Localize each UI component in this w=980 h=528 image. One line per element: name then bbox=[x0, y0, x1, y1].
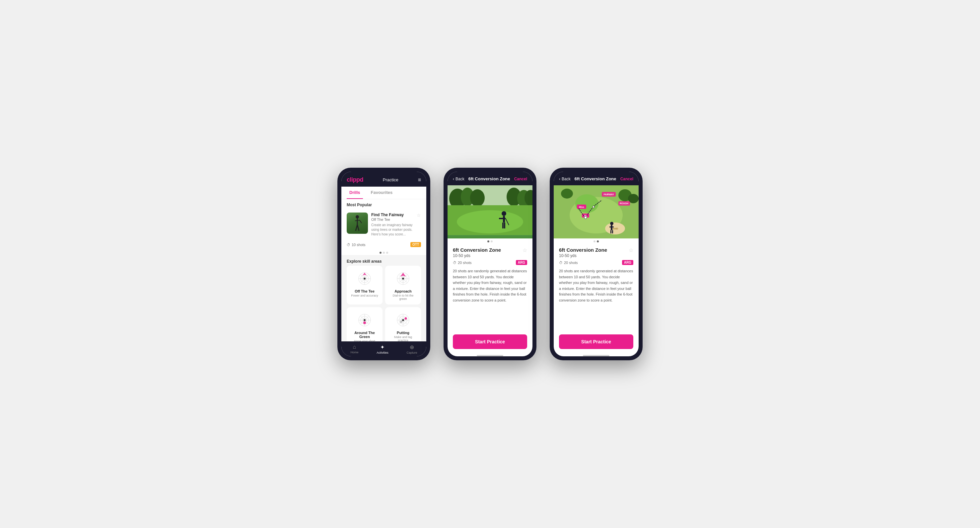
svg-text:Miss: Miss bbox=[579, 206, 584, 208]
explore-title: Explore skill areas bbox=[341, 256, 426, 266]
svg-point-14 bbox=[364, 278, 366, 279]
svg-rect-77 bbox=[611, 225, 612, 230]
featured-star-icon[interactable]: ☆ bbox=[417, 212, 421, 218]
featured-drill-subtitle: Off The Tee bbox=[371, 217, 414, 222]
phone-1-header: clippd Practice ≡ bbox=[341, 172, 426, 187]
nav-activities[interactable]: ✦ Activities bbox=[377, 344, 388, 354]
svg-text:FAIRWAY: FAIRWAY bbox=[603, 193, 614, 196]
drill-description: 20 shots are randomly generated at dista… bbox=[453, 268, 527, 326]
svg-rect-55 bbox=[502, 222, 504, 228]
back-label-3: Back bbox=[562, 177, 571, 181]
clock-icon-2: ⏱ bbox=[453, 261, 457, 265]
svg-text:ROUGH: ROUGH bbox=[620, 202, 628, 204]
svg-rect-54 bbox=[499, 218, 506, 219]
svg-point-23 bbox=[402, 278, 404, 279]
off-the-tee-icon bbox=[355, 270, 375, 288]
drill-title-3: 6ft Conversion Zone bbox=[559, 247, 607, 253]
featured-footer: ⏱ 10 shots OTT bbox=[341, 240, 426, 250]
svg-rect-80 bbox=[612, 230, 613, 233]
featured-drill-desc: Create an imaginary fairway using trees … bbox=[371, 223, 414, 237]
back-button-3[interactable]: ‹ Back bbox=[559, 177, 571, 181]
svg-point-76 bbox=[610, 222, 613, 225]
skill-card-off-the-tee[interactable]: Off The Tee Power and accuracy bbox=[347, 266, 382, 305]
drill-map: SAND FAIRWAY ROUGH Miss Hit bbox=[554, 185, 639, 238]
header-title: Practice bbox=[383, 177, 398, 182]
svg-rect-56 bbox=[504, 222, 505, 228]
dot-2 bbox=[383, 252, 385, 254]
back-label: Back bbox=[455, 177, 465, 181]
nav-capture[interactable]: ⊕ Capture bbox=[407, 344, 417, 354]
svg-rect-78 bbox=[609, 227, 614, 228]
drill-title-row-3: 6ft Conversion Zone 10-50 yds ☆ bbox=[559, 247, 633, 258]
clock-icon-3: ⏱ bbox=[559, 261, 563, 265]
activities-label: Activities bbox=[377, 351, 388, 354]
menu-icon[interactable]: ≡ bbox=[418, 177, 421, 183]
featured-drill-title: Find The Fairway bbox=[371, 212, 414, 217]
svg-point-41 bbox=[400, 321, 402, 323]
drill-meta: ⏱ 20 shots ARG bbox=[453, 260, 527, 265]
featured-card[interactable]: Find The Fairway Off The Tee Create an i… bbox=[341, 209, 426, 255]
drill-meta-3: ⏱ 20 shots ARG bbox=[559, 260, 633, 265]
phone-3-header: ‹ Back 6ft Conversion Zone Cancel bbox=[554, 172, 639, 185]
bottom-nav: ⌂ Home ✦ Activities ⊕ Capture bbox=[341, 341, 426, 356]
home-label: Home bbox=[350, 351, 358, 354]
tab-drills[interactable]: Drills bbox=[347, 187, 363, 199]
phone-3-inner: ‹ Back 6ft Conversion Zone Cancel SAN bbox=[554, 172, 639, 356]
drill-detail-content: 6ft Conversion Zone 10-50 yds ☆ ⏱ 20 sho… bbox=[447, 243, 533, 330]
golf-map-svg: SAND FAIRWAY ROUGH Miss Hit bbox=[554, 185, 639, 238]
svg-line-4 bbox=[357, 225, 359, 231]
shots-count: ⏱ 10 shots bbox=[347, 243, 366, 247]
drill-detail-content-3: 6ft Conversion Zone 10-50 yds ☆ ⏱ 20 sho… bbox=[554, 243, 639, 330]
cancel-button-3[interactable]: Cancel bbox=[620, 177, 633, 181]
cancel-button[interactable]: Cancel bbox=[514, 177, 527, 181]
carousel-dots bbox=[341, 250, 426, 255]
off-the-tee-icon-area bbox=[355, 270, 375, 288]
start-practice-button-3[interactable]: Start Practice bbox=[559, 334, 633, 349]
putting-icon bbox=[393, 311, 413, 329]
img-dot-3-2 bbox=[597, 241, 599, 242]
ott-badge: OTT bbox=[410, 242, 421, 247]
start-practice-button[interactable]: Start Practice bbox=[453, 334, 527, 349]
img-dot-1 bbox=[487, 241, 489, 242]
img-dot-2 bbox=[491, 241, 493, 242]
skill-grid: Off The Tee Power and accuracy bbox=[341, 266, 426, 341]
skill-card-putting[interactable]: Putting Make and lag practice bbox=[385, 307, 421, 341]
shots-text: 10 shots bbox=[352, 243, 366, 247]
golfer-silhouette bbox=[352, 215, 362, 231]
skill-name-ott: Off The Tee bbox=[355, 289, 375, 293]
clock-icon: ⏱ bbox=[347, 243, 350, 247]
arg-badge-3: ARG bbox=[622, 260, 633, 265]
tab-favourites[interactable]: Favourites bbox=[368, 187, 395, 199]
back-button[interactable]: ‹ Back bbox=[453, 177, 465, 181]
phone-2-inner: ‹ Back 6ft Conversion Zone Cancel bbox=[447, 172, 533, 356]
drill-title: 6ft Conversion Zone bbox=[453, 247, 501, 253]
featured-drill-image bbox=[347, 212, 368, 234]
nav-home[interactable]: ⌂ Home bbox=[350, 344, 358, 354]
svg-point-31 bbox=[363, 321, 366, 324]
svg-rect-79 bbox=[611, 230, 611, 233]
phone-2: ‹ Back 6ft Conversion Zone Cancel bbox=[444, 168, 536, 360]
drill-title-row: 6ft Conversion Zone 10-50 yds ☆ bbox=[453, 247, 527, 258]
drill-star-icon-3[interactable]: ☆ bbox=[629, 247, 633, 254]
back-chevron: ‹ bbox=[453, 177, 454, 181]
phone-2-title: 6ft Conversion Zone bbox=[468, 176, 510, 181]
svg-point-65 bbox=[561, 188, 573, 199]
svg-point-42 bbox=[402, 319, 404, 321]
svg-point-52 bbox=[502, 211, 506, 216]
svg-point-75 bbox=[584, 216, 587, 219]
golf-photo-svg bbox=[447, 185, 533, 235]
main-content: Most Popular bbox=[341, 199, 426, 341]
skill-name-approach: Approach bbox=[395, 289, 411, 293]
drill-star-icon[interactable]: ☆ bbox=[522, 247, 527, 254]
skill-card-atg[interactable]: Around The Green Hone your short game bbox=[347, 307, 382, 341]
capture-label: Capture bbox=[407, 351, 417, 354]
svg-point-74 bbox=[592, 206, 595, 208]
activities-icon: ✦ bbox=[380, 344, 385, 350]
capture-icon: ⊕ bbox=[410, 344, 414, 350]
app-logo: clippd bbox=[347, 176, 363, 183]
svg-point-60 bbox=[575, 194, 598, 213]
drill-range: 10-50 yds bbox=[453, 254, 501, 258]
skill-name-atg: Around The Green bbox=[351, 331, 379, 339]
skill-card-approach[interactable]: Approach Dial-in to hit the green bbox=[385, 266, 421, 305]
phone-1: clippd Practice ≡ Drills Favourites Most… bbox=[337, 168, 430, 360]
